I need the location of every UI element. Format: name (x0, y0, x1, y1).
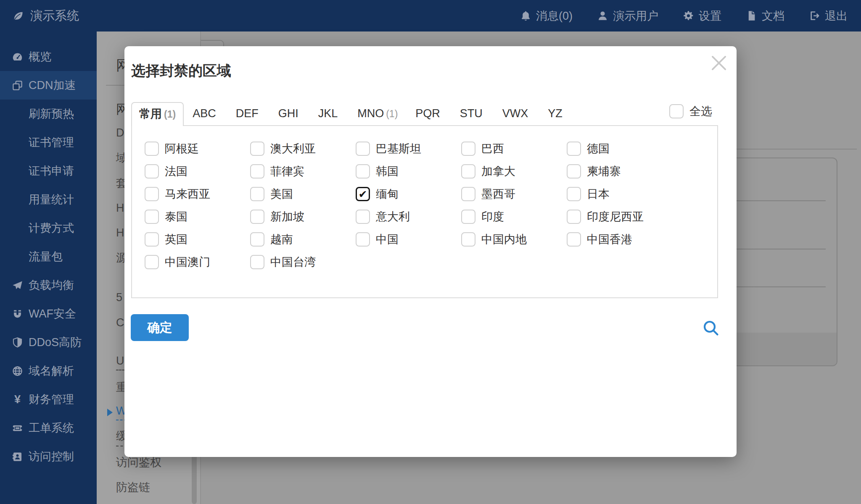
topbar-item[interactable]: 消息(0) (520, 8, 573, 24)
country-item[interactable]: ✔ 柬埔寨 (567, 160, 672, 183)
country-item[interactable]: ✔ 新加坡 (250, 205, 356, 228)
sidebar-item[interactable]: 概览 (0, 42, 97, 71)
country-checkbox[interactable]: ✔ (250, 187, 264, 201)
country-checkbox[interactable]: ✔ (250, 164, 264, 178)
country-item[interactable]: ✔ 德国 (567, 137, 672, 160)
country-checkbox[interactable]: ✔ (250, 142, 264, 156)
sidebar-item[interactable]: CDN加速 (0, 71, 97, 100)
country-checkbox[interactable]: ✔ (461, 187, 475, 201)
subnav-item[interactable]: 防盗链 (97, 475, 200, 500)
country-item[interactable]: ✔ 中国台湾 (250, 251, 356, 273)
country-item[interactable]: ✔ 缅甸 (356, 183, 461, 205)
country-item[interactable]: ✔ 英国 (145, 228, 250, 251)
country-item[interactable]: ✔ 中国香港 (567, 228, 672, 251)
region-tab[interactable]: DEF (227, 102, 269, 125)
country-checkbox[interactable]: ✔ (567, 210, 581, 224)
country-checkbox[interactable]: ✔ (461, 232, 475, 247)
country-label: 印度尼西亚 (587, 209, 644, 224)
country-item[interactable]: ✔ 印度 (461, 205, 567, 228)
region-tab[interactable]: STU (451, 102, 494, 125)
select-all-checkbox[interactable] (669, 104, 684, 118)
country-item[interactable]: ✔ 马来西亚 (145, 183, 250, 205)
country-item[interactable]: ✔ 巴基斯坦 (356, 137, 461, 160)
country-item[interactable]: ✔ 印度尼西亚 (567, 205, 672, 228)
country-item[interactable]: ✔ 巴西 (461, 137, 567, 160)
country-checkbox[interactable]: ✔ (145, 142, 159, 156)
country-item[interactable]: ✔ 澳大利亚 (250, 137, 356, 160)
country-label: 美国 (270, 186, 293, 202)
region-tab[interactable]: ABC (184, 102, 227, 125)
country-checkbox[interactable]: ✔ (145, 232, 159, 247)
country-checkbox[interactable]: ✔ (461, 164, 475, 178)
brand[interactable]: 演示系统 (0, 8, 79, 24)
country-checkbox[interactable]: ✔ (356, 164, 370, 178)
region-tab[interactable]: MNO(1) (349, 102, 407, 125)
country-item[interactable]: ✔ 菲律宾 (250, 160, 356, 183)
country-item[interactable]: ✔ 泰国 (145, 205, 250, 228)
country-checkbox[interactable]: ✔ (250, 210, 264, 224)
country-item[interactable]: ✔ 中国澳门 (145, 251, 250, 273)
country-checkbox[interactable]: ✔ (145, 255, 159, 269)
country-item[interactable]: ✔ 美国 (250, 183, 356, 205)
sidebar-item[interactable]: 流量包 (0, 242, 97, 271)
region-tab[interactable]: JKL (309, 102, 349, 125)
country-checkbox[interactable]: ✔ (356, 232, 370, 247)
country-item[interactable]: ✔ 意大利 (356, 205, 461, 228)
country-checkbox[interactable]: ✔ (250, 232, 264, 247)
region-tab[interactable]: 常用(1) (131, 102, 184, 126)
region-tab[interactable]: GHI (269, 102, 309, 125)
topbar-item[interactable]: 设置 (683, 8, 721, 24)
sidebar-item[interactable]: DDoS高防 (0, 328, 97, 357)
country-checkbox[interactable]: ✔ (461, 210, 475, 224)
country-checkbox[interactable]: ✔ (567, 232, 581, 247)
region-tab[interactable]: PQR (407, 102, 451, 125)
country-item[interactable]: ✔ 越南 (250, 228, 356, 251)
sidebar-item[interactable]: 刷新预热 (0, 100, 97, 128)
country-item[interactable]: ✔ 墨西哥 (461, 183, 567, 205)
region-tab[interactable]: YZ (539, 102, 573, 125)
country-label: 加拿大 (481, 164, 515, 179)
country-item[interactable]: ✔ 中国内地 (461, 228, 567, 251)
sidebar-item[interactable]: 访问控制 (0, 442, 97, 471)
country-item[interactable]: ✔ 韩国 (356, 160, 461, 183)
confirm-button[interactable]: 确定 (131, 314, 189, 341)
country-checkbox[interactable]: ✔ (567, 187, 581, 201)
country-checkbox[interactable]: ✔ (356, 210, 370, 224)
country-item[interactable]: ✔ 法国 (145, 160, 250, 183)
country-checkbox[interactable]: ✔ (356, 142, 370, 156)
country-label: 中国 (376, 232, 399, 247)
sidebar-item[interactable]: ¥ 财务管理 (0, 385, 97, 414)
search-button[interactable] (701, 318, 721, 338)
sidebar-item[interactable]: 工单系统 (0, 414, 97, 442)
sidebar-item[interactable]: 计费方式 (0, 214, 97, 242)
country-checkbox[interactable]: ✔ (145, 164, 159, 178)
country-checkbox[interactable]: ✔ (567, 164, 581, 178)
sidebar-item[interactable]: 域名解析 (0, 357, 97, 385)
region-tab[interactable]: VWX (494, 102, 539, 125)
sidebar-item[interactable]: 用量统计 (0, 185, 97, 214)
country-checkbox[interactable]: ✔ (250, 255, 264, 269)
sidebar-item-label: 工单系统 (29, 420, 74, 436)
bell-icon (520, 10, 531, 21)
sidebar-item[interactable]: 证书管理 (0, 128, 97, 157)
close-button[interactable] (708, 52, 730, 74)
country-checkbox[interactable]: ✔ (145, 210, 159, 224)
country-item[interactable]: ✔ 加拿大 (461, 160, 567, 183)
select-all[interactable]: 全选 (669, 104, 712, 119)
country-item[interactable]: ✔ 中国 (356, 228, 461, 251)
country-checkbox[interactable]: ✔ (356, 187, 370, 201)
country-label: 阿根廷 (165, 141, 199, 156)
sidebar-item-label: 财务管理 (29, 392, 74, 407)
sidebar-item[interactable]: 证书申请 (0, 157, 97, 185)
country-checkbox[interactable]: ✔ (567, 142, 581, 156)
topbar-item[interactable]: 演示用户 (597, 8, 658, 24)
sidebar-item[interactable]: WAF安全 (0, 299, 97, 328)
scrollbar-thumb[interactable] (192, 452, 197, 504)
country-item[interactable]: ✔ 阿根廷 (145, 137, 250, 160)
country-item[interactable]: ✔ 日本 (567, 183, 672, 205)
topbar-item[interactable]: 退出 (809, 8, 848, 24)
country-checkbox[interactable]: ✔ (145, 187, 159, 201)
topbar-item[interactable]: 文档 (746, 8, 784, 24)
country-checkbox[interactable]: ✔ (461, 142, 475, 156)
sidebar-item[interactable]: 负载均衡 (0, 271, 97, 299)
